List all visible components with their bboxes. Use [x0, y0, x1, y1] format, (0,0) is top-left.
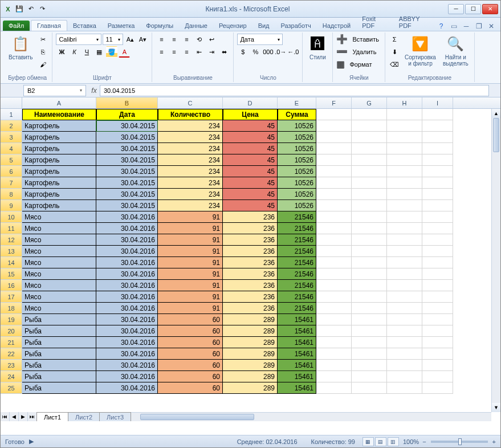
cell-G12[interactable] — [352, 234, 387, 246]
name-box[interactable]: B2▾ — [23, 85, 86, 96]
cell-H15[interactable] — [387, 268, 422, 280]
cell-I22[interactable] — [422, 348, 453, 360]
cell-H13[interactable] — [387, 246, 422, 257]
cell-F16[interactable] — [316, 280, 352, 291]
cell-G1[interactable] — [352, 109, 387, 120]
sheet-nav-last[interactable]: ⏭ — [28, 412, 37, 421]
cell-B25[interactable]: 30.04.2016 — [96, 382, 158, 394]
row-header-20[interactable]: 20 — [1, 325, 22, 337]
cell-H23[interactable] — [387, 360, 422, 371]
cell-E22[interactable]: 15461 — [278, 348, 316, 360]
cell-C6[interactable]: 234 — [158, 166, 223, 177]
decrease-indent-button[interactable]: ⇤ — [193, 46, 205, 58]
cell-H4[interactable] — [387, 143, 422, 154]
cell-B12[interactable]: 30.04.2016 — [96, 234, 158, 246]
vscroll-thumb[interactable] — [493, 118, 499, 152]
row-header-19[interactable]: 19 — [1, 314, 22, 325]
col-header-G[interactable]: G — [352, 97, 387, 108]
cell-H7[interactable] — [387, 177, 422, 189]
align-left-button[interactable]: ≡ — [156, 46, 167, 58]
cell-D11[interactable]: 236 — [223, 223, 278, 234]
cell-F14[interactable] — [316, 257, 352, 268]
scroll-down-button[interactable]: ▼ — [492, 403, 500, 412]
save-button[interactable]: 💾 — [14, 4, 25, 14]
zoom-level[interactable]: 100% — [403, 438, 419, 445]
cell-B14[interactable]: 30.04.2016 — [96, 257, 158, 268]
row-header-7[interactable]: 7 — [1, 177, 22, 189]
cell-B20[interactable]: 30.04.2016 — [96, 325, 158, 337]
cell-H18[interactable] — [387, 303, 422, 314]
align-top-button[interactable]: ≡ — [156, 34, 167, 45]
cell-A12[interactable]: Мясо — [22, 234, 96, 246]
cell-I21[interactable] — [422, 337, 453, 348]
scroll-up-button[interactable]: ▲ — [492, 109, 500, 118]
paste-button[interactable]: 📋 Вставить — [6, 34, 35, 62]
cell-E4[interactable]: 10526 — [278, 143, 316, 154]
cell-E5[interactable]: 10526 — [278, 154, 316, 166]
redo-button[interactable]: ↷ — [37, 4, 47, 14]
font-color-button[interactable]: A — [119, 46, 130, 58]
cell-E3[interactable]: 10526 — [278, 132, 316, 143]
minimize-button[interactable]: ─ — [448, 4, 464, 14]
cell-A14[interactable]: Мясо — [22, 257, 96, 268]
maximize-button[interactable]: ☐ — [465, 4, 481, 14]
tab-разработч[interactable]: Разработч — [275, 21, 317, 31]
cell-F22[interactable] — [316, 348, 352, 360]
cell-A18[interactable]: Мясо — [22, 303, 96, 314]
col-header-B[interactable]: B — [96, 97, 158, 108]
cell-F19[interactable] — [316, 314, 352, 325]
tab-abbyy pdf[interactable]: ABBYY PDF — [393, 14, 437, 31]
cell-F6[interactable] — [316, 166, 352, 177]
format-painter-button[interactable]: 🖌 — [37, 59, 48, 70]
cell-H2[interactable] — [387, 120, 422, 132]
cell-B8[interactable]: 30.04.2015 — [96, 189, 158, 200]
tab-file[interactable]: Файл — [3, 21, 30, 31]
fill-button[interactable]: ⬇ — [389, 46, 400, 58]
col-header-D[interactable]: D — [223, 97, 278, 108]
tab-рецензир[interactable]: Рецензир — [213, 21, 252, 31]
close-button[interactable]: ✕ — [482, 4, 498, 14]
row-header-8[interactable]: 8 — [1, 189, 22, 200]
cell-C21[interactable]: 60 — [158, 337, 223, 348]
cell-E16[interactable]: 21546 — [278, 280, 316, 291]
cell-A9[interactable]: Картофель — [22, 200, 96, 211]
cell-B21[interactable]: 30.04.2016 — [96, 337, 158, 348]
cell-F18[interactable] — [316, 303, 352, 314]
cell-H21[interactable] — [387, 337, 422, 348]
cell-E1[interactable]: Сумма — [278, 109, 316, 120]
cell-I1[interactable] — [422, 109, 453, 120]
row-header-1[interactable]: 1 — [1, 109, 22, 120]
row-header-17[interactable]: 17 — [1, 291, 22, 303]
cell-B10[interactable]: 30.04.2016 — [96, 211, 158, 223]
increase-indent-button[interactable]: ⇥ — [206, 46, 217, 58]
align-right-button[interactable]: ≡ — [181, 46, 192, 58]
cell-D23[interactable]: 289 — [223, 360, 278, 371]
currency-button[interactable]: $ — [237, 46, 249, 58]
autosum-button[interactable]: Σ — [389, 34, 400, 45]
row-header-6[interactable]: 6 — [1, 166, 22, 177]
insert-cells-button[interactable]: Вставить — [350, 34, 381, 45]
cell-G11[interactable] — [352, 223, 387, 234]
cell-I6[interactable] — [422, 166, 453, 177]
cell-I2[interactable] — [422, 120, 453, 132]
cell-H19[interactable] — [387, 314, 422, 325]
cell-G5[interactable] — [352, 154, 387, 166]
cell-B18[interactable]: 30.04.2016 — [96, 303, 158, 314]
cell-F8[interactable] — [316, 189, 352, 200]
col-header-F[interactable]: F — [316, 97, 352, 108]
cell-D7[interactable]: 45 — [223, 177, 278, 189]
fx-button[interactable]: fx — [88, 87, 100, 95]
cell-I23[interactable] — [422, 360, 453, 371]
cell-F15[interactable] — [316, 268, 352, 280]
cell-D8[interactable]: 45 — [223, 189, 278, 200]
cell-B17[interactable]: 30.04.2016 — [96, 291, 158, 303]
sheet-nav-next[interactable]: ▶ — [19, 412, 28, 421]
cell-A17[interactable]: Мясо — [22, 291, 96, 303]
cell-C18[interactable]: 91 — [158, 303, 223, 314]
cell-B11[interactable]: 30.04.2016 — [96, 223, 158, 234]
cell-C3[interactable]: 234 — [158, 132, 223, 143]
cell-A22[interactable]: Рыба — [22, 348, 96, 360]
cell-H3[interactable] — [387, 132, 422, 143]
cell-G8[interactable] — [352, 189, 387, 200]
cell-B3[interactable]: 30.04.2015 — [96, 132, 158, 143]
